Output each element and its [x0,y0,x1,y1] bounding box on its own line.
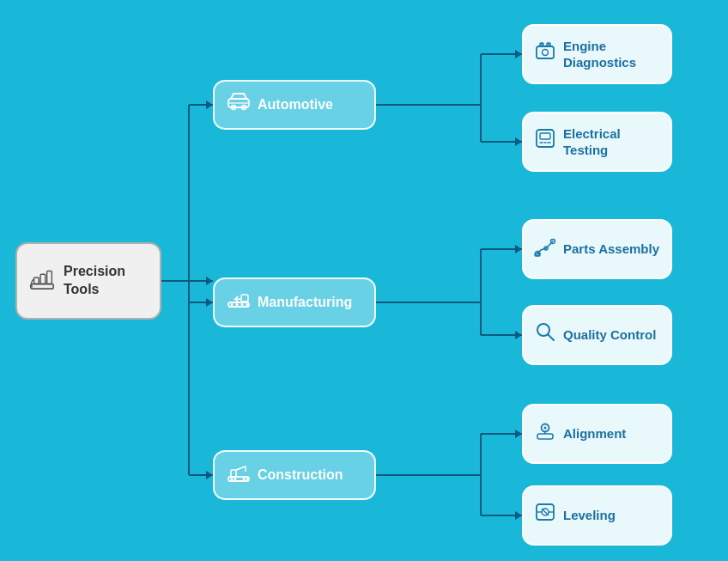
svg-point-41 [241,303,244,306]
svg-rect-43 [241,295,248,302]
svg-point-40 [236,303,239,306]
svg-rect-58 [540,133,550,139]
svg-marker-23 [515,331,522,339]
svg-rect-31 [34,277,39,284]
svg-point-39 [231,303,234,306]
svg-marker-27 [206,298,213,307]
parts-label: Parts Assembly [563,241,659,258]
svg-point-49 [246,478,249,480]
parts-node: Parts Assembly [522,219,672,279]
engine-icon [534,40,556,69]
svg-line-68 [549,335,555,341]
svg-point-48 [243,478,246,480]
svg-marker-29 [206,277,213,285]
svg-marker-21 [515,137,522,146]
manufacturing-node: Manufacturing [213,277,376,327]
svg-marker-26 [206,101,213,109]
search-icon [534,320,556,350]
svg-point-42 [246,303,249,306]
svg-point-70 [544,427,547,430]
tools-icon [27,263,57,299]
construction-label: Construction [258,466,343,485]
electrical-label: Electrical Testing [563,125,660,159]
quality-label: Quality Control [563,326,656,344]
svg-rect-45 [231,470,236,477]
svg-rect-30 [31,284,53,290]
quality-node: Quality Control [522,305,672,365]
alignment-label: Alignment [563,425,626,442]
crane-icon [227,460,251,491]
svg-marker-28 [206,471,213,479]
mindmap-diagram: Precision Tools Automotive [0,0,728,561]
svg-point-56 [543,50,549,56]
root-node: Precision Tools [15,242,161,320]
svg-marker-24 [515,430,522,438]
svg-rect-33 [47,271,52,284]
svg-marker-22 [515,245,522,253]
engine-node: Engine Diagnostics [522,24,672,84]
svg-rect-51 [537,46,554,58]
leveling-icon [534,501,556,530]
alignment-icon [534,419,556,448]
svg-rect-71 [537,434,553,439]
leveling-label: Leveling [563,507,616,524]
root-label: Precision Tools [64,263,149,299]
alignment-node: Alignment [522,404,672,464]
engine-label: Engine Diagnostics [563,38,660,71]
leveling-node: Leveling [522,485,672,546]
assembly-icon [534,235,556,264]
svg-point-46 [231,478,234,480]
factory-icon [227,287,251,318]
construction-node: Construction [213,450,376,500]
car-icon [227,89,251,120]
automotive-node: Automotive [213,80,376,130]
svg-marker-20 [515,50,522,58]
electrical-icon [534,127,556,156]
electrical-node: Electrical Testing [522,112,672,172]
svg-marker-25 [515,511,522,520]
svg-rect-32 [40,274,46,284]
svg-point-47 [234,478,237,480]
svg-rect-57 [537,130,554,147]
automotive-label: Automotive [258,96,333,114]
manufacturing-label: Manufacturing [258,294,352,312]
